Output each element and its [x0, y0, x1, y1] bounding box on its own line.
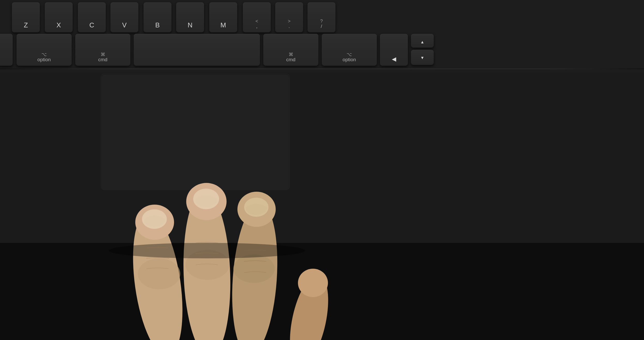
key-cmd-left-label: cmd	[98, 57, 108, 63]
finger-left	[125, 205, 190, 340]
keyboard-scene: Z X C V B N M < , > . ? / ⌥ option	[0, 0, 644, 340]
key-comma[interactable]: < ,	[243, 2, 271, 33]
key-cmd-right-label: cmd	[286, 57, 296, 63]
key-x-label: X	[56, 21, 61, 29]
svg-point-2	[138, 258, 180, 289]
key-slash-lower: /	[321, 24, 322, 29]
key-arrow-left[interactable]: ◀	[380, 34, 408, 66]
key-arrow-up-icon: ▲	[420, 40, 424, 44]
key-z[interactable]: Z	[12, 2, 40, 33]
key-b-label: B	[155, 21, 160, 29]
key-option-left[interactable]: ⌥ option	[16, 34, 72, 66]
key-slash-upper: ?	[320, 19, 323, 24]
key-comma-upper: <	[256, 19, 258, 24]
svg-point-13	[298, 269, 328, 297]
key-v[interactable]: V	[110, 2, 139, 33]
key-m[interactable]: M	[209, 2, 237, 33]
key-n[interactable]: N	[176, 2, 204, 33]
fingers-image	[0, 124, 644, 340]
svg-point-10	[233, 254, 275, 283]
key-cmd-right[interactable]: ⌘ cmd	[263, 34, 319, 66]
finger-middle	[181, 183, 233, 340]
key-option-right-label: option	[343, 57, 356, 63]
key-c[interactable]: C	[78, 2, 106, 33]
key-comma-lower: ,	[256, 24, 257, 29]
finger-shadow	[109, 243, 305, 258]
key-z-label: Z	[24, 21, 28, 29]
key-v-label: V	[122, 21, 126, 29]
keyboard-separator	[0, 68, 644, 69]
key-b[interactable]: B	[143, 2, 172, 33]
key-option-left-label: option	[38, 57, 51, 63]
key-m-label: M	[220, 21, 226, 29]
key-option-right[interactable]: ⌥ option	[321, 34, 377, 66]
key-period-upper: >	[288, 19, 291, 24]
key-arrow-down[interactable]: ▼	[411, 50, 434, 65]
key-spacebar[interactable]	[133, 34, 260, 66]
key-option-left-icon: ⌥	[41, 52, 47, 57]
key-period-lower: .	[288, 24, 290, 29]
key-cmd-left-icon: ⌘	[101, 52, 105, 57]
key-x[interactable]: X	[44, 2, 73, 33]
key-period[interactable]: > .	[275, 2, 303, 33]
key-cmd-left[interactable]: ⌘ cmd	[75, 34, 131, 66]
key-partial-left[interactable]	[0, 34, 13, 66]
key-n-label: N	[188, 21, 193, 29]
key-option-right-icon: ⌥	[347, 52, 352, 57]
finger-pinky	[283, 269, 335, 340]
key-arrow-up[interactable]: ▲	[411, 34, 434, 48]
finger-ring	[228, 192, 282, 340]
key-slash[interactable]: ? /	[307, 2, 336, 33]
key-cmd-right-icon: ⌘	[289, 52, 293, 57]
key-arrow-down-icon: ▼	[420, 55, 424, 62]
key-c-label: C	[89, 21, 94, 29]
key-arrow-left-icon: ◀	[392, 56, 396, 63]
